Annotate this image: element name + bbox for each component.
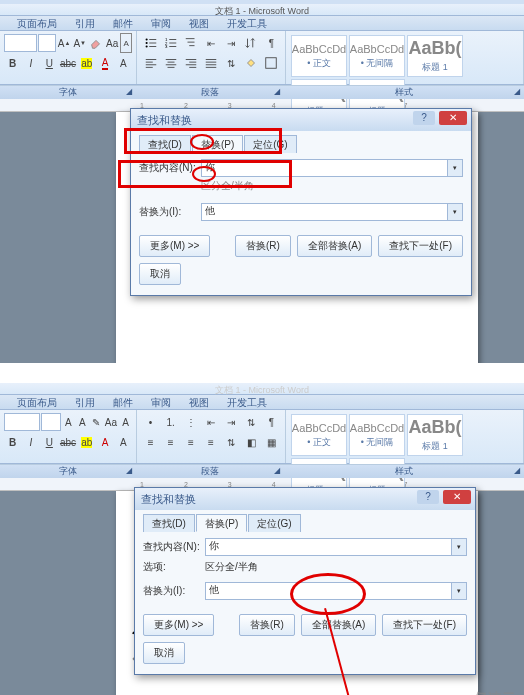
dialog-launcher-icon[interactable]: ◢ [272,87,282,97]
more-button[interactable]: 更多(M) >> [139,235,210,257]
indent-dec-button[interactable]: ⇤ [201,412,220,432]
underline-button[interactable]: U [41,53,58,73]
multilevel-button[interactable]: ⋮ [181,412,200,432]
font-color-button[interactable]: A [96,432,113,452]
tab-goto[interactable]: 定位(G) [244,135,296,153]
strike-button[interactable]: abc [59,432,77,452]
tab-review[interactable]: 审阅 [142,16,180,30]
dialog-title[interactable]: 查找和替换 ? ✕ [131,109,471,131]
bold-button[interactable]: B [4,53,21,73]
align-right-button[interactable] [181,53,200,73]
replace-button[interactable]: 替换(R) [235,235,291,257]
close-button[interactable]: ✕ [443,490,471,504]
more-button[interactable]: 更多(M) >> [143,614,214,636]
italic-button[interactable]: I [22,432,39,452]
style-heading1[interactable]: AaBb(标题 1 [407,414,463,456]
dialog-launcher-icon[interactable]: ◢ [272,466,282,476]
indent-inc-button[interactable]: ⇥ [222,412,241,432]
align-left-button[interactable] [141,53,160,73]
multilevel-button[interactable] [181,33,200,53]
dropdown-icon[interactable]: ▾ [451,583,466,599]
shrink-font-button[interactable]: A [76,412,89,432]
find-next-button[interactable]: 查找下一处(F) [378,235,463,257]
char-shading-button[interactable]: A [115,53,132,73]
bullets-button[interactable] [141,33,160,53]
find-input[interactable]: 你▾ [201,159,463,177]
grow-font-button[interactable]: A▲ [57,33,72,53]
change-case-button[interactable]: Aa [104,412,118,432]
tab-references[interactable]: 引用 [66,395,104,409]
align-left-button[interactable]: ≡ [141,432,160,452]
align-center-button[interactable] [161,53,180,73]
borders-button[interactable] [262,53,281,73]
borders-button[interactable]: ▦ [262,432,281,452]
tab-review[interactable]: 审阅 [142,395,180,409]
italic-button[interactable]: I [22,53,39,73]
font-name-combo[interactable] [4,34,37,52]
replace-input[interactable]: 他▾ [205,582,467,600]
font-size-combo[interactable] [38,34,56,52]
tab-goto[interactable]: 定位(G) [248,514,300,532]
dropdown-icon[interactable]: ▾ [447,204,462,220]
tab-view[interactable]: 视图 [180,395,218,409]
tab-replace[interactable]: 替换(P) [196,514,247,532]
dialog-launcher-icon[interactable]: ◢ [124,466,134,476]
numbering-button[interactable]: 123 [161,33,180,53]
tab-dev[interactable]: 开发工具 [218,395,276,409]
justify-button[interactable] [201,53,220,73]
grow-font-button[interactable]: A [62,412,75,432]
help-button[interactable]: ? [417,490,439,504]
clear-format-button[interactable] [88,33,104,53]
sort-button[interactable]: ⇅ [242,412,261,432]
char-shading-button[interactable]: A [115,432,132,452]
font-color-button[interactable]: A [96,53,113,73]
style-normal[interactable]: AaBbCcDd• 正文 [291,414,347,456]
tab-layout[interactable]: 页面布局 [8,395,66,409]
style-normal[interactable]: AaBbCcDd• 正文 [291,35,347,77]
clear-format-button[interactable]: ✎ [90,412,103,432]
highlight-button[interactable]: ab [78,432,95,452]
dialog-launcher-icon[interactable]: ◢ [512,87,522,97]
tab-replace[interactable]: 替换(P) [192,135,243,153]
numbering-button[interactable]: 1. [161,412,180,432]
align-center-button[interactable]: ≡ [161,432,180,452]
phonetic-button[interactable]: A [119,412,132,432]
shrink-font-button[interactable]: A▼ [72,33,87,53]
justify-button[interactable]: ≡ [201,432,220,452]
dialog-launcher-icon[interactable]: ◢ [124,87,134,97]
cancel-button[interactable]: 取消 [143,642,185,664]
indent-dec-button[interactable]: ⇤ [201,33,220,53]
replace-button[interactable]: 替换(R) [239,614,295,636]
show-marks-button[interactable]: ¶ [262,33,281,53]
style-nospacing[interactable]: AaBbCcDd• 无间隔 [349,35,405,77]
bullets-button[interactable]: • [141,412,160,432]
replace-input[interactable]: 他▾ [201,203,463,221]
underline-button[interactable]: U [41,432,58,452]
tab-layout[interactable]: 页面布局 [8,16,66,30]
style-heading1[interactable]: AaBb(标题 1 [407,35,463,77]
tab-mail[interactable]: 邮件 [104,16,142,30]
find-input[interactable]: 你▾ [205,538,467,556]
tab-references[interactable]: 引用 [66,16,104,30]
shading-button[interactable]: ◧ [242,432,261,452]
replace-all-button[interactable]: 全部替换(A) [301,614,376,636]
highlight-button[interactable]: ab [78,53,95,73]
help-button[interactable]: ? [413,111,435,125]
indent-inc-button[interactable]: ⇥ [222,33,241,53]
tab-mail[interactable]: 邮件 [104,395,142,409]
replace-all-button[interactable]: 全部替换(A) [297,235,372,257]
close-button[interactable]: ✕ [439,111,467,125]
strike-button[interactable]: abc [59,53,77,73]
dialog-title[interactable]: 查找和替换 ? ✕ [135,488,475,510]
change-case-button[interactable]: Aa [105,33,119,53]
line-spacing-button[interactable]: ⇅ [222,53,241,73]
dropdown-icon[interactable]: ▾ [447,160,462,176]
dialog-launcher-icon[interactable]: ◢ [512,466,522,476]
font-name-combo[interactable] [4,413,40,431]
sort-button[interactable] [242,33,261,53]
dropdown-icon[interactable]: ▾ [451,539,466,555]
align-right-button[interactable]: ≡ [181,432,200,452]
tab-dev[interactable]: 开发工具 [218,16,276,30]
line-spacing-button[interactable]: ⇅ [222,432,241,452]
show-marks-button[interactable]: ¶ [262,412,281,432]
